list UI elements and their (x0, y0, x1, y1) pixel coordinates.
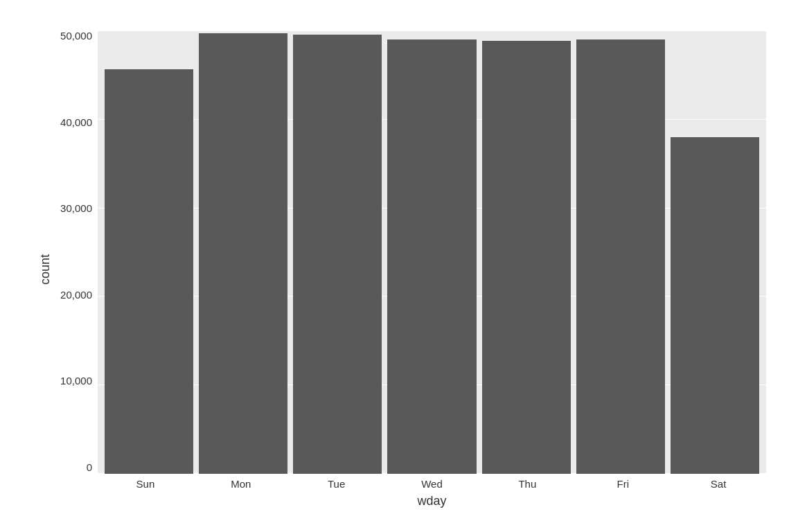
bar-group (199, 30, 287, 474)
bar-group (576, 30, 665, 474)
y-tick: 0 (87, 462, 92, 472)
chart-container: count 50,00040,00030,00020,00010,0000 Su… (18, 17, 780, 515)
y-tick: 50,000 (60, 30, 92, 41)
x-tick-sat: Sat (671, 478, 766, 490)
bars-and-grid (98, 30, 766, 474)
chart-area: count 50,00040,00030,00020,00010,0000 Su… (32, 30, 766, 508)
x-tick-mon: Mon (193, 478, 289, 490)
y-tick: 40,000 (60, 117, 92, 127)
y-tick: 10,000 (60, 375, 92, 386)
bar-group (671, 30, 759, 474)
bar-thu (482, 41, 571, 474)
bar-fri (576, 39, 665, 474)
y-axis: 50,00040,00030,00020,00010,0000 (53, 30, 98, 474)
x-tick-fri: Fri (575, 478, 671, 490)
x-axis: SunMonTueWedThuFriSat (98, 474, 766, 490)
y-tick: 20,000 (60, 290, 92, 300)
y-axis-label: count (32, 30, 53, 508)
chart-inner: 50,00040,00030,00020,00010,0000 SunMonTu… (53, 30, 766, 508)
bar-group (482, 30, 571, 474)
bar-tue (293, 35, 382, 474)
bar-wed (387, 39, 476, 474)
bars-wrapper (98, 30, 766, 474)
bar-group (387, 30, 476, 474)
bar-sat (671, 137, 759, 474)
plot-area: 50,00040,00030,00020,00010,0000 (53, 30, 766, 474)
x-tick-sun: Sun (98, 478, 193, 490)
bar-group (293, 30, 382, 474)
y-tick: 30,000 (60, 203, 92, 213)
x-tick-wed: Wed (384, 478, 480, 490)
bar-group (105, 30, 193, 474)
bar-mon (199, 33, 287, 474)
bar-sun (105, 69, 193, 474)
x-tick-thu: Thu (479, 478, 575, 490)
x-tick-tue: Tue (289, 478, 384, 490)
x-axis-label: wday (53, 494, 766, 508)
